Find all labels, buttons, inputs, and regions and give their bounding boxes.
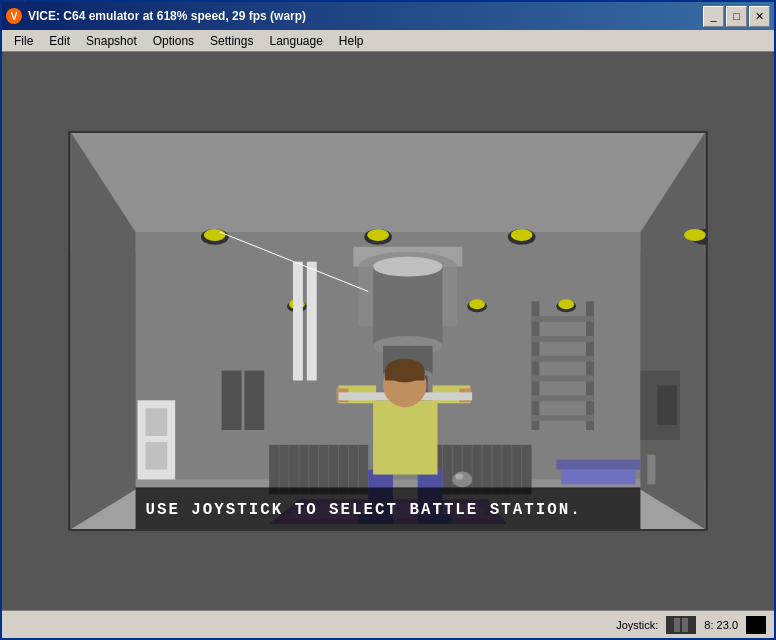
menu-file[interactable]: File — [6, 32, 41, 50]
svg-rect-91 — [385, 371, 425, 381]
svg-rect-49 — [556, 460, 640, 470]
svg-rect-28 — [293, 262, 303, 381]
status-bar: Joystick: 8: 23.0 — [2, 610, 774, 638]
color-indicator — [746, 616, 766, 634]
minimize-button[interactable]: _ — [703, 6, 724, 27]
svg-rect-44 — [532, 336, 594, 342]
svg-rect-95 — [674, 618, 680, 632]
svg-rect-29 — [307, 262, 317, 381]
svg-point-12 — [511, 229, 533, 241]
svg-point-34 — [373, 257, 442, 277]
svg-rect-51 — [647, 455, 655, 485]
svg-rect-27 — [244, 371, 264, 430]
svg-rect-83 — [373, 400, 437, 474]
svg-point-20 — [469, 299, 485, 309]
app-icon: V — [6, 8, 22, 24]
menu-language[interactable]: Language — [261, 32, 330, 50]
game-screen: USE JOYSTICK TO SELECT BATTLE STATION. — [68, 131, 708, 531]
close-button[interactable]: ✕ — [749, 6, 770, 27]
svg-point-22 — [558, 299, 574, 309]
main-window: V VICE: C64 emulator at 618% speed, 29 f… — [0, 0, 776, 640]
svg-rect-25 — [145, 442, 167, 470]
menu-snapshot[interactable]: Snapshot — [78, 32, 145, 50]
svg-rect-46 — [532, 376, 594, 382]
svg-rect-94 — [666, 616, 696, 634]
svg-rect-45 — [532, 356, 594, 362]
svg-rect-96 — [682, 618, 688, 632]
svg-point-14 — [684, 229, 706, 241]
svg-rect-33 — [373, 267, 442, 346]
title-bar-left: V VICE: C64 emulator at 618% speed, 29 f… — [6, 8, 306, 24]
svg-rect-47 — [532, 395, 594, 401]
svg-rect-97 — [746, 616, 766, 634]
svg-text:USE JOYSTICK TO SELECT BATTLE : USE JOYSTICK TO SELECT BATTLE STATION. — [145, 501, 581, 519]
maximize-button[interactable]: □ — [726, 6, 747, 27]
title-bar: V VICE: C64 emulator at 618% speed, 29 f… — [2, 2, 774, 30]
svg-point-76 — [452, 472, 472, 488]
svg-rect-26 — [222, 371, 242, 430]
window-title: VICE: C64 emulator at 618% speed, 29 fps… — [28, 9, 306, 23]
joystick-label: Joystick: — [616, 619, 658, 631]
svg-rect-53 — [657, 385, 677, 425]
title-buttons: _ □ ✕ — [703, 6, 770, 27]
menu-settings[interactable]: Settings — [202, 32, 261, 50]
svg-rect-50 — [561, 470, 635, 485]
svg-point-10 — [367, 229, 389, 241]
menu-edit[interactable]: Edit — [41, 32, 78, 50]
svg-point-8 — [204, 229, 226, 241]
menu-bar: File Edit Snapshot Options Settings Lang… — [2, 30, 774, 52]
menu-options[interactable]: Options — [145, 32, 202, 50]
content-area: USE JOYSTICK TO SELECT BATTLE STATION. — [2, 52, 774, 610]
menu-help[interactable]: Help — [331, 32, 372, 50]
svg-point-77 — [455, 474, 463, 480]
svg-rect-24 — [145, 408, 167, 436]
svg-rect-48 — [532, 415, 594, 421]
coord-display: 8: 23.0 — [704, 619, 738, 631]
game-canvas: USE JOYSTICK TO SELECT BATTLE STATION. — [70, 133, 706, 529]
svg-rect-43 — [532, 316, 594, 322]
joystick-indicator — [666, 616, 696, 634]
